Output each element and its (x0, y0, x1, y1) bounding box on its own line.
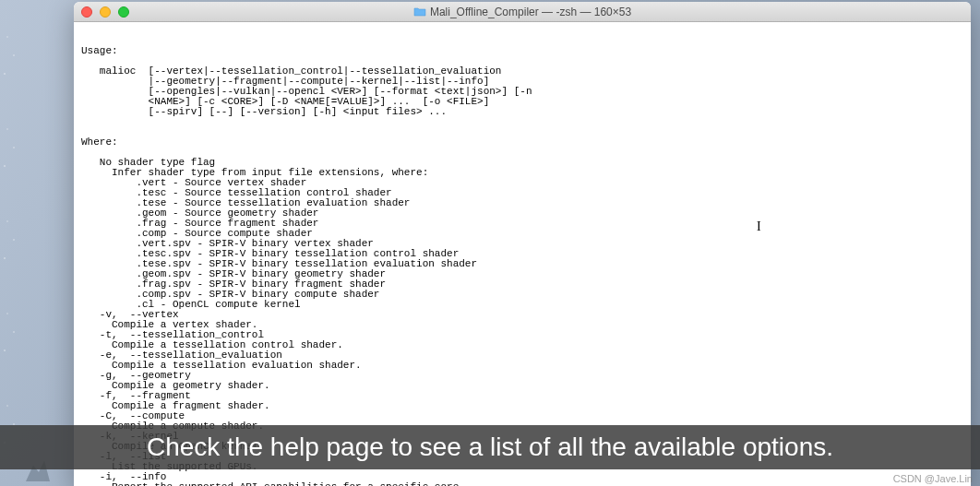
text-cursor: I (757, 220, 761, 233)
terminal-window: Mali_Offline_Compiler — -zsh — 160×53 Us… (74, 2, 971, 486)
caption-overlay: Check the help page to see a list of all… (0, 425, 980, 469)
close-button[interactable] (81, 6, 92, 18)
window-title: Mali_Offline_Compiler — -zsh — 160×53 (430, 6, 631, 18)
traffic-lights (74, 6, 129, 18)
terminal-body[interactable]: Usage: malioc [--vertex|--tessellation_c… (74, 22, 971, 486)
terminal-output: Usage: malioc [--vertex|--tessellation_c… (81, 46, 963, 486)
maximize-button[interactable] (118, 6, 129, 18)
window-titlebar[interactable]: Mali_Offline_Compiler — -zsh — 160×53 (74, 2, 971, 22)
folder-icon (413, 6, 426, 17)
minimize-button[interactable] (100, 6, 111, 18)
window-title-container: Mali_Offline_Compiler — -zsh — 160×53 (74, 6, 971, 18)
watermark: CSDN @Jave.Lin (893, 473, 973, 484)
